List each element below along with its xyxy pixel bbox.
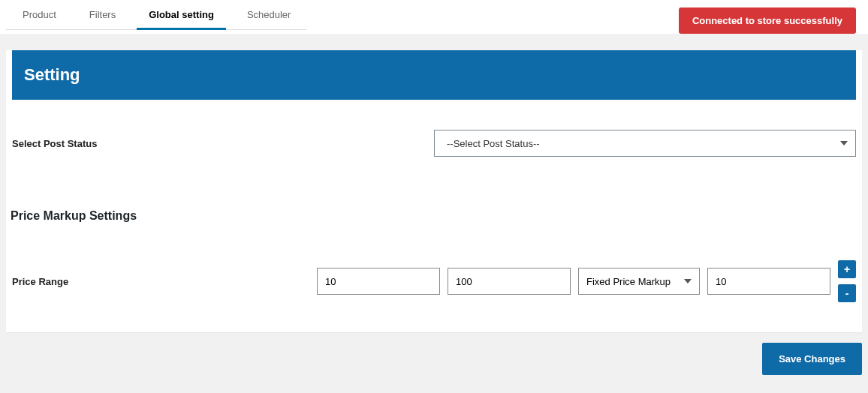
- price-range-label: Price Range: [12, 276, 309, 287]
- settings-panel: Setting Select Post Status --Select Post…: [6, 50, 862, 332]
- markup-value-input[interactable]: [707, 268, 830, 295]
- post-status-label: Select Post Status: [12, 138, 434, 149]
- connection-status-badge: Connected to store successfully: [679, 8, 856, 34]
- footer: Save Changes: [0, 332, 868, 386]
- tab-filters[interactable]: Filters: [82, 0, 123, 29]
- post-status-select[interactable]: --Select Post Status--: [434, 130, 856, 157]
- remove-range-button[interactable]: -: [838, 284, 856, 302]
- price-range-max-input[interactable]: [448, 268, 571, 295]
- tab-global-setting[interactable]: Global setting: [141, 0, 222, 29]
- markup-type-select[interactable]: Fixed Price Markup: [578, 268, 700, 295]
- price-markup-title: Price Markup Settings: [9, 209, 859, 223]
- post-status-row: Select Post Status --Select Post Status-…: [9, 130, 859, 157]
- tab-bar: Product Filters Global setting Scheduler: [6, 0, 307, 30]
- price-range-row: Price Range Fixed Price Markup + -: [9, 260, 859, 302]
- add-range-button[interactable]: +: [838, 260, 856, 278]
- save-changes-button[interactable]: Save Changes: [762, 343, 862, 375]
- price-range-min-input[interactable]: [317, 268, 440, 295]
- tab-product[interactable]: Product: [15, 0, 64, 29]
- tab-scheduler[interactable]: Scheduler: [240, 0, 299, 29]
- panel-title: Setting: [12, 50, 856, 100]
- range-buttons: + -: [838, 260, 856, 302]
